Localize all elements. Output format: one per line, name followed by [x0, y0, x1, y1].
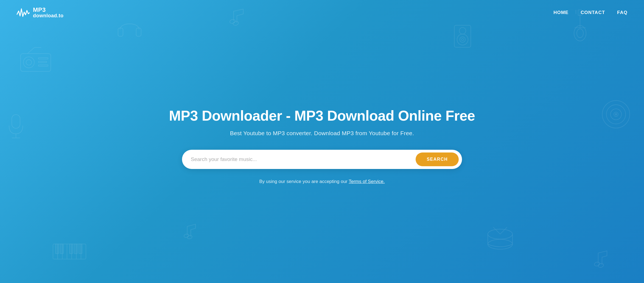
- logo-link[interactable]: MP3 download.to: [16, 6, 63, 19]
- logo-text: MP3 download.to: [33, 7, 63, 19]
- search-bar: SEARCH: [182, 150, 462, 169]
- hero-content: MP3 Downloader - MP3 Download Online Fre…: [0, 25, 644, 283]
- search-input[interactable]: [191, 154, 416, 165]
- logo-waveform-icon: [16, 6, 30, 19]
- navbar: MP3 download.to HOME CONTACT FAQ: [0, 0, 644, 25]
- nav-links: HOME CONTACT FAQ: [553, 10, 628, 15]
- search-button[interactable]: SEARCH: [416, 152, 459, 166]
- terms-of-service-link[interactable]: Terms of Service.: [349, 179, 385, 184]
- hero-subtitle: Best Youtube to MP3 converter. Download …: [230, 130, 414, 137]
- nav-contact[interactable]: CONTACT: [581, 10, 605, 15]
- terms-prefix: By using our service you are accepting o…: [259, 179, 349, 184]
- nav-home[interactable]: HOME: [553, 10, 569, 15]
- nav-faq[interactable]: FAQ: [617, 10, 628, 15]
- logo-domain: download.to: [33, 13, 63, 19]
- search-container: SEARCH: [182, 150, 462, 169]
- logo-mp3: MP3: [33, 7, 63, 13]
- terms-text: By using our service you are accepting o…: [259, 179, 385, 184]
- hero-title: MP3 Downloader - MP3 Download Online Fre…: [169, 107, 475, 124]
- hero-section: MP3 download.to HOME CONTACT FAQ MP3 Dow…: [0, 0, 644, 283]
